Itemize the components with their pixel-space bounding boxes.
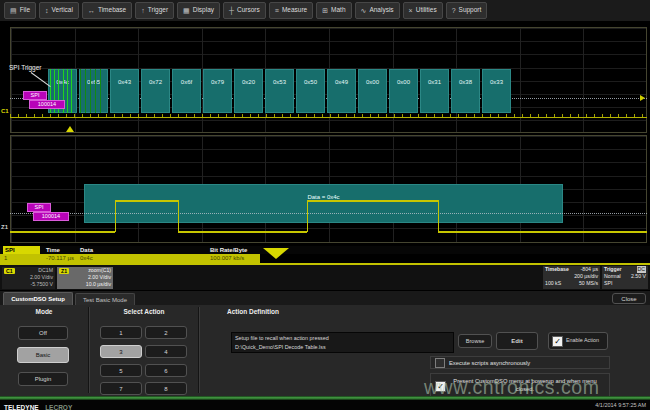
- enable-action-checkbox[interactable]: ✓ Enable Action: [548, 332, 608, 350]
- caliper-icon: ≡: [275, 7, 279, 14]
- menu-measure[interactable]: ≡Measure: [269, 2, 313, 19]
- mode-off-button[interactable]: Off: [18, 326, 68, 340]
- action-8-button[interactable]: 8: [145, 382, 187, 395]
- trigger-coupling-chip: DC: [637, 266, 647, 273]
- action-6-button[interactable]: 6: [145, 364, 187, 377]
- trigger-label: Trigger: [604, 266, 622, 273]
- menu-trigger[interactable]: ↑Trigger: [135, 2, 174, 19]
- math-icon: ⊞: [322, 7, 328, 14]
- row-data: 0x4c: [80, 254, 93, 263]
- c1-descriptor[interactable]: C1DC1M 2.00 V/div -5.7500 V: [2, 267, 55, 289]
- datetime: 4/1/2014 9:57:25 AM: [595, 402, 646, 408]
- menu-timebase[interactable]: ↔Timebase: [82, 2, 132, 19]
- clock-edge-line: [95, 69, 96, 113]
- waveform-icon: ∿: [361, 7, 367, 14]
- clock-edge-line: [67, 69, 68, 113]
- divider: [89, 307, 90, 393]
- tools-icon: ×: [409, 7, 413, 14]
- z1-descriptor[interactable]: Z1zoom(C1) 2.00 V/div 10.0 µs/div: [57, 267, 113, 289]
- menu-math[interactable]: ⊞Math: [316, 2, 351, 19]
- bus-label-spi[interactable]: SPI: [23, 91, 47, 100]
- trigger-descriptor[interactable]: TriggerDC Normal2.50 V SPI: [602, 266, 648, 289]
- c1-channel-marker[interactable]: C1: [1, 108, 9, 114]
- spi-byte-box: 0x6f: [172, 69, 201, 113]
- c1-coupling: DC1M: [38, 267, 53, 274]
- clock-edge-line: [85, 69, 86, 113]
- menu-bar: ▤File ↕Vertical ↔Timebase ↑Trigger ▦Disp…: [0, 0, 650, 22]
- z1-zoom-marker[interactable]: Z1: [1, 224, 8, 230]
- action-4-button[interactable]: 4: [145, 345, 187, 358]
- descriptor-bar: C1DC1M 2.00 V/div -5.7500 V Z1zoom(C1) 2…: [0, 265, 650, 290]
- table-bus-chip: SPI: [3, 246, 40, 254]
- execute-scripts-label: Execute scripts asynchronously: [449, 360, 530, 366]
- timebase-label: Timebase: [545, 266, 569, 273]
- close-button[interactable]: Close: [612, 293, 646, 304]
- action-3-button[interactable]: 3: [100, 345, 142, 358]
- setup-file-field[interactable]: Setup file to recall when action pressed…: [231, 332, 454, 353]
- action-5-button[interactable]: 5: [100, 364, 142, 377]
- watermark: www.cntronics.com: [424, 376, 599, 399]
- col-rate: Bit Rate/Byte: [210, 246, 247, 254]
- action-1-button[interactable]: 1: [100, 326, 142, 339]
- mode-basic-button[interactable]: Basic: [17, 347, 69, 363]
- bus-id-label-zoom[interactable]: 100014: [33, 212, 69, 221]
- spi-byte-box: 0x20: [234, 69, 263, 113]
- timebase-descriptor[interactable]: Timebase-804 µs 200 µs/div 100 kS50 MS/s: [543, 266, 600, 289]
- timebase-tdiv: 200 µs/div: [574, 273, 598, 280]
- row-time: -70.117 µs: [46, 254, 74, 263]
- horizontal-arrows-icon: ↔: [88, 7, 95, 14]
- mosi-zoom-trace: [178, 231, 307, 233]
- menu-analysis[interactable]: ∿Analysis: [355, 2, 400, 19]
- select-action-section-label: Select Action: [92, 308, 196, 315]
- clock-edge-line: [71, 69, 72, 113]
- col-data: Data: [80, 246, 93, 254]
- c1-chip: C1: [4, 268, 15, 274]
- divider: [199, 307, 200, 393]
- spi-byte-box: 0x43: [110, 69, 139, 113]
- file-icon: ▤: [10, 7, 17, 14]
- crosshair-icon: ┼: [229, 7, 234, 14]
- clock-edge-line: [80, 69, 81, 113]
- clock-edge-line: [90, 69, 91, 113]
- edit-button[interactable]: Edit: [496, 332, 538, 350]
- mosi-zoom-trace: [307, 200, 308, 232]
- spi-byte-box: 0x00: [389, 69, 418, 113]
- brand-primary: TELEDYNE: [4, 404, 39, 410]
- browse-button[interactable]: Browse: [458, 334, 492, 348]
- mode-plugin-button[interactable]: Plugin: [18, 372, 68, 386]
- menu-support[interactable]: ?Support: [446, 2, 488, 19]
- zoom-decode-band: Data = 0x4c: [84, 184, 563, 223]
- tab-customdso-setup[interactable]: CustomDSO Setup: [3, 292, 73, 305]
- execute-scripts-checkbox[interactable]: Execute scripts asynchronously: [430, 356, 610, 369]
- bus-label-spi-zoom[interactable]: SPI: [27, 203, 51, 212]
- table-expand-triangle-icon[interactable]: [263, 248, 289, 259]
- z1-source: zoom(C1): [88, 267, 111, 274]
- table-row[interactable]: 1 -70.117 µs 0x4c 100.007 kb/s: [0, 254, 260, 263]
- footer-bar: TELEDYNE LECROY 4/1/2014 9:57:25 AM: [0, 400, 650, 410]
- unchecked-checkbox-icon: [435, 358, 445, 368]
- offset-arrow-icon: [640, 95, 645, 101]
- z1-tdiv: 10.0 µs/div: [86, 281, 111, 288]
- vertical-arrows-icon: ↕: [45, 7, 49, 14]
- menu-file[interactable]: ▤File: [4, 2, 36, 19]
- trigger-arrow-icon: ↑: [141, 7, 145, 14]
- timebase-srate: 50 MS/s: [579, 280, 598, 287]
- bus-id-label[interactable]: 100014: [29, 100, 65, 109]
- clock-edge-line: [100, 69, 101, 113]
- dialog-tab-bar: CustomDSO Setup Test Basic Mode Close: [0, 291, 650, 306]
- action-7-button[interactable]: 7: [100, 382, 142, 395]
- action-2-button[interactable]: 2: [145, 326, 187, 339]
- enable-action-label: Enable Action: [566, 338, 600, 344]
- row-rate: 100.007 kb/s: [210, 254, 244, 263]
- tab-test-basic-mode[interactable]: Test Basic Mode: [75, 293, 135, 305]
- mosi-zoom-trace: [115, 200, 178, 202]
- timebase-delay: -804 µs: [581, 266, 598, 273]
- menu-vertical[interactable]: ↕Vertical: [39, 2, 79, 19]
- c1-vdiv: 2.00 V/div: [30, 274, 53, 281]
- mode-section-label: Mode: [0, 308, 88, 315]
- spi-byte-box: 0x49: [327, 69, 356, 113]
- menu-utilities[interactable]: ×Utilities: [403, 2, 443, 19]
- menu-display[interactable]: ▦Display: [177, 2, 220, 19]
- menu-cursors[interactable]: ┼Cursors: [223, 2, 266, 19]
- spi-byte-box: 0x38: [451, 69, 480, 113]
